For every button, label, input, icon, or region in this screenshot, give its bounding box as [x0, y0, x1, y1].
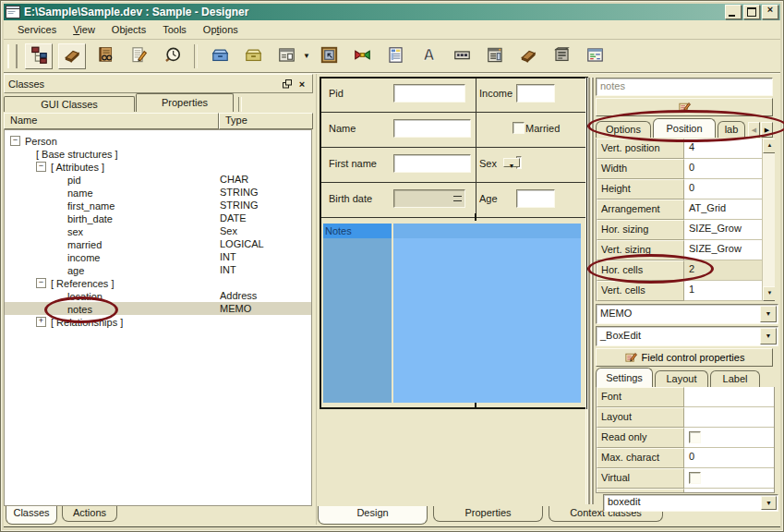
tab-classes[interactable]: Classes — [6, 506, 57, 525]
tree-row-references[interactable]: −[ References ] — [5, 276, 311, 289]
property-value[interactable]: 2 — [684, 260, 763, 281]
tab-settings[interactable]: Settings — [596, 368, 653, 387]
notes-memo-widget[interactable] — [393, 224, 581, 403]
property-value[interactable]: 4 — [684, 139, 763, 159]
property-value[interactable] — [684, 407, 774, 428]
tab-options[interactable]: Options — [596, 121, 651, 138]
menu-item-tools[interactable]: Tools — [154, 22, 195, 37]
notes-label-cell[interactable]: Notes — [323, 224, 392, 403]
tab-properties[interactable]: Properties — [136, 93, 234, 112]
eraser-button[interactable] — [58, 43, 86, 69]
device-button[interactable] — [549, 43, 576, 69]
maximize-button[interactable] — [743, 5, 760, 19]
scroll-up-icon[interactable]: ▲ — [763, 139, 775, 153]
property-value[interactable]: 0 — [684, 179, 763, 200]
property-value[interactable] — [684, 428, 774, 448]
form-designer-canvas[interactable]: Pid Income Name Married First name Sex ▼… — [320, 77, 588, 409]
tree-row-attributes[interactable]: −[ Attributes ] — [5, 160, 311, 173]
tree-expander[interactable]: − — [36, 162, 46, 172]
property-value[interactable]: 0 — [684, 159, 763, 179]
property-value[interactable] — [684, 468, 774, 489]
tree-row-age[interactable]: ageINT — [5, 263, 311, 276]
control-name-combo[interactable]: boxedit ▼ — [603, 494, 778, 512]
dropdown-arrow-icon[interactable]: ▼ — [760, 328, 777, 345]
property-row-width[interactable]: Width0 — [597, 159, 763, 179]
property-value[interactable]: SIZE_Grow — [684, 240, 763, 260]
property-value[interactable]: AT_Grid — [684, 200, 763, 220]
property-checkbox[interactable] — [689, 472, 701, 484]
tab-scroll-left-button[interactable]: ◀ — [748, 122, 760, 138]
tree-row-notes[interactable]: notesMEMO — [5, 302, 311, 315]
close-panel-button[interactable]: × — [296, 78, 308, 90]
property-value[interactable]: -1 — [684, 489, 774, 493]
font-button[interactable]: A — [416, 43, 443, 69]
menu-item-view[interactable]: View — [65, 22, 103, 37]
report-button[interactable] — [382, 43, 410, 69]
dropdown-arrow-icon[interactable]: ▼ — [503, 158, 520, 167]
property-row-font[interactable]: Font — [597, 387, 774, 407]
dropdown-arrow-icon[interactable]: ▼ — [303, 52, 310, 60]
tree-row-name[interactable]: nameSTRING — [5, 186, 311, 199]
sex-combo-widget[interactable]: ▼ — [516, 156, 522, 169]
income-input-widget[interactable] — [516, 84, 555, 103]
age-input-widget[interactable] — [516, 189, 555, 208]
code-window-button[interactable] — [582, 43, 609, 69]
field-type-combo[interactable]: MEMO ▼ — [596, 304, 778, 324]
close-button[interactable]: × — [762, 5, 778, 19]
property-row-vert-cells[interactable]: Vert. cells1 — [597, 281, 763, 301]
column-header-type[interactable]: Type — [219, 113, 313, 129]
tray-yellow-button[interactable] — [239, 43, 267, 69]
tab-gui-classes[interactable]: GUI Classes — [4, 96, 135, 112]
name-input-widget[interactable] — [393, 119, 471, 138]
tab-scroll-right-button[interactable]: ▶ — [761, 122, 773, 138]
ribbon-button[interactable] — [349, 43, 377, 69]
tree-row-pid[interactable]: pidCHAR — [5, 173, 311, 186]
tab-label[interactable]: Label — [710, 370, 760, 387]
minimize-button[interactable] — [725, 5, 742, 19]
window-list-button[interactable] — [482, 43, 510, 69]
tree-row-birth-date[interactable]: birth_dateDATE — [5, 212, 311, 224]
property-checkbox[interactable] — [689, 431, 701, 443]
tab-lab[interactable]: lab — [718, 121, 745, 138]
first-name-input-widget[interactable] — [393, 154, 471, 173]
book-button[interactable] — [91, 43, 119, 69]
scroll-down-icon[interactable]: ▼ — [763, 286, 775, 301]
field-control-properties-button[interactable]: Field control properties — [596, 348, 773, 367]
tab-design[interactable]: Design — [318, 506, 428, 525]
property-row-read-only[interactable]: Read only — [597, 428, 774, 448]
panel-grip[interactable] — [585, 78, 596, 504]
titlebar[interactable]: E:\Sample\Sample.dev : Sample - Designer… — [4, 4, 780, 20]
property-row-height[interactable]: Height0 — [597, 179, 763, 200]
property-row-arrangement[interactable]: ArrangementAT_Grid — [597, 200, 763, 220]
property-value[interactable]: 0 — [684, 448, 774, 468]
selected-field-name[interactable]: notes — [596, 78, 773, 96]
married-checkbox-widget[interactable] — [513, 122, 525, 134]
hierarchy-button[interactable] — [25, 43, 53, 69]
tab-position[interactable]: Position — [653, 118, 716, 138]
property-grid-scrollbar[interactable]: ▲ ▼ — [762, 139, 775, 301]
tree-expander[interactable]: + — [36, 317, 46, 327]
toolbar-grip[interactable] — [7, 44, 18, 68]
clock-button[interactable] — [158, 43, 186, 69]
tab-properties[interactable]: Properties — [433, 506, 543, 522]
column-header-name[interactable]: Name — [4, 113, 219, 129]
pid-input-widget[interactable] — [393, 84, 465, 103]
property-row-max-charact[interactable]: Max. charact0 — [597, 448, 774, 468]
form-window-button[interactable] — [272, 43, 300, 69]
dropdown-arrow-icon[interactable]: ▼ — [761, 496, 777, 510]
tree-expander[interactable]: − — [36, 278, 46, 288]
menu-item-objects[interactable]: Objects — [103, 22, 154, 37]
property-row-order-column[interactable]: Order column-1 — [597, 489, 774, 493]
dropdown-arrow-icon[interactable]: ▼ — [760, 306, 777, 322]
menu-item-options[interactable]: Options — [195, 22, 247, 37]
tree-row-income[interactable]: incomeINT — [5, 250, 311, 263]
tree-row-person[interactable]: −Person — [5, 134, 311, 147]
tray-blue-button[interactable] — [206, 43, 234, 69]
control-class-combo[interactable]: _BoxEdit ▼ — [596, 326, 778, 346]
push-button-button[interactable] — [449, 43, 476, 69]
property-row-hor-sizing[interactable]: Hor. sizingSIZE_Grow — [597, 220, 763, 240]
tree-row-sex[interactable]: sexSex — [5, 224, 311, 237]
edit-field-button[interactable] — [596, 98, 773, 116]
property-row-layout[interactable]: Layout — [597, 407, 774, 428]
tree-row-relationships[interactable]: +[ Relationships ] — [5, 315, 311, 328]
